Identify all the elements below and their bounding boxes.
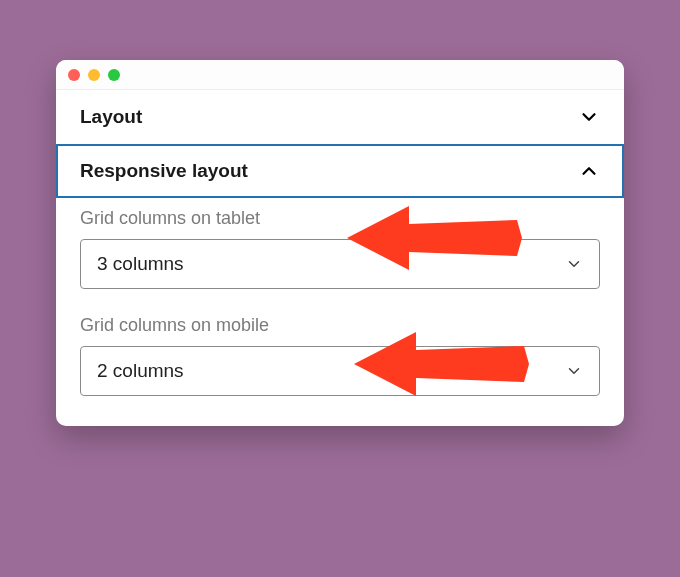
field-tablet-label: Grid columns on tablet [80,208,600,229]
chevron-down-icon [578,106,600,128]
field-mobile-columns: Grid columns on mobile 2 columns [56,289,624,396]
accordion-layout-label: Layout [80,106,142,128]
accordion-responsive-label: Responsive layout [80,160,248,182]
window-titlebar [56,60,624,90]
field-tablet-columns: Grid columns on tablet 3 columns [56,198,624,289]
settings-window: Layout Responsive layout Grid columns on… [56,60,624,426]
accordion-layout[interactable]: Layout [56,90,624,144]
select-tablet-value: 3 columns [97,253,184,275]
panel-body: Layout Responsive layout Grid columns on… [56,90,624,426]
select-mobile-value: 2 columns [97,360,184,382]
chevron-up-icon [578,160,600,182]
accordion-responsive-layout[interactable]: Responsive layout [56,144,624,198]
close-icon[interactable] [68,69,80,81]
field-mobile-label: Grid columns on mobile [80,315,600,336]
select-tablet-columns[interactable]: 3 columns [80,239,600,289]
zoom-icon[interactable] [108,69,120,81]
select-mobile-columns[interactable]: 2 columns [80,346,600,396]
chevron-down-icon [565,362,583,380]
chevron-down-icon [565,255,583,273]
minimize-icon[interactable] [88,69,100,81]
